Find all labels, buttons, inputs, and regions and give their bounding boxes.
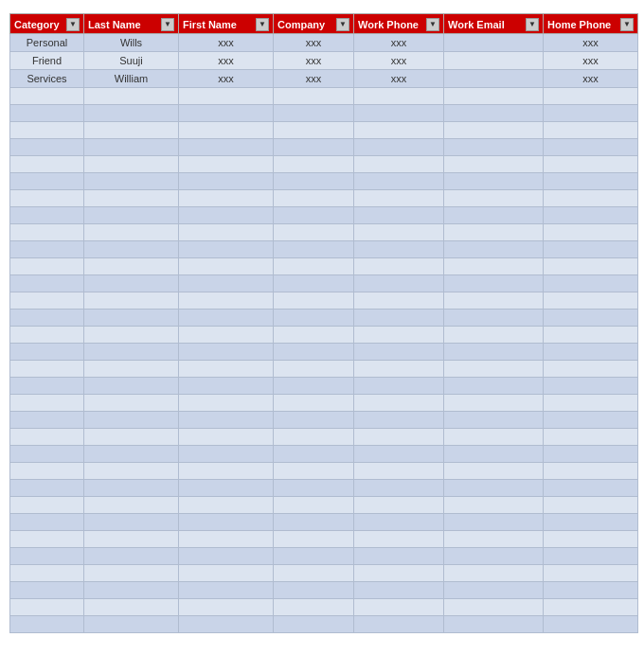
empty-cell[interactable] <box>544 156 638 173</box>
empty-cell[interactable] <box>10 139 84 156</box>
cell-workphone[interactable]: xxx <box>354 70 444 88</box>
empty-cell[interactable] <box>354 395 444 412</box>
empty-cell[interactable] <box>274 531 354 548</box>
empty-cell[interactable] <box>354 412 444 429</box>
empty-cell[interactable] <box>544 344 638 361</box>
empty-cell[interactable] <box>274 497 354 514</box>
empty-cell[interactable] <box>84 310 179 327</box>
empty-cell[interactable] <box>179 497 274 514</box>
empty-cell[interactable] <box>544 497 638 514</box>
cell-homephone[interactable]: xxx <box>544 34 638 52</box>
cell-workphone[interactable]: xxx <box>354 34 444 52</box>
cell-category[interactable]: Friend <box>10 52 84 70</box>
empty-cell[interactable] <box>444 599 544 616</box>
empty-cell[interactable] <box>10 395 84 412</box>
empty-cell[interactable] <box>444 224 544 241</box>
empty-cell[interactable] <box>274 548 354 565</box>
empty-cell[interactable] <box>84 548 179 565</box>
empty-cell[interactable] <box>274 599 354 616</box>
empty-cell[interactable] <box>179 446 274 463</box>
cell-workphone[interactable]: xxx <box>354 52 444 70</box>
empty-cell[interactable] <box>354 241 444 258</box>
empty-cell[interactable] <box>354 88 444 105</box>
empty-cell[interactable] <box>84 565 179 582</box>
empty-cell[interactable] <box>84 258 179 275</box>
empty-cell[interactable] <box>10 310 84 327</box>
empty-cell[interactable] <box>274 105 354 122</box>
empty-cell[interactable] <box>354 378 444 395</box>
empty-cell[interactable] <box>84 88 179 105</box>
empty-cell[interactable] <box>444 327 544 344</box>
empty-cell[interactable] <box>84 582 179 599</box>
empty-cell[interactable] <box>354 139 444 156</box>
empty-cell[interactable] <box>354 616 444 633</box>
empty-cell[interactable] <box>179 275 274 292</box>
empty-cell[interactable] <box>354 565 444 582</box>
cell-firstname[interactable]: xxx <box>179 70 274 88</box>
empty-cell[interactable] <box>274 310 354 327</box>
empty-cell[interactable] <box>354 173 444 190</box>
empty-cell[interactable] <box>179 463 274 480</box>
empty-cell[interactable] <box>274 412 354 429</box>
empty-cell[interactable] <box>354 582 444 599</box>
empty-cell[interactable] <box>84 463 179 480</box>
empty-cell[interactable] <box>10 463 84 480</box>
empty-cell[interactable] <box>444 463 544 480</box>
empty-cell[interactable] <box>84 616 179 633</box>
empty-cell[interactable] <box>179 241 274 258</box>
empty-cell[interactable] <box>444 275 544 292</box>
empty-cell[interactable] <box>354 292 444 310</box>
empty-cell[interactable] <box>274 241 354 258</box>
dropdown-category[interactable]: ▼ <box>66 18 80 31</box>
empty-cell[interactable] <box>544 514 638 531</box>
empty-cell[interactable] <box>274 224 354 241</box>
empty-cell[interactable] <box>84 241 179 258</box>
empty-cell[interactable] <box>444 412 544 429</box>
empty-cell[interactable] <box>544 173 638 190</box>
dropdown-homephone[interactable]: ▼ <box>620 18 634 31</box>
dropdown-workemail[interactable]: ▼ <box>526 18 539 31</box>
empty-cell[interactable] <box>544 378 638 395</box>
empty-cell[interactable] <box>274 190 354 207</box>
empty-cell[interactable] <box>10 531 84 548</box>
empty-cell[interactable] <box>354 514 444 531</box>
empty-cell[interactable] <box>84 429 179 446</box>
empty-cell[interactable] <box>444 344 544 361</box>
empty-cell[interactable] <box>274 565 354 582</box>
empty-cell[interactable] <box>179 88 274 105</box>
empty-cell[interactable] <box>544 548 638 565</box>
empty-cell[interactable] <box>444 429 544 446</box>
empty-cell[interactable] <box>10 275 84 292</box>
empty-cell[interactable] <box>354 156 444 173</box>
empty-cell[interactable] <box>444 361 544 378</box>
empty-cell[interactable] <box>179 190 274 207</box>
empty-cell[interactable] <box>10 378 84 395</box>
empty-cell[interactable] <box>354 327 444 344</box>
cell-company[interactable]: xxx <box>274 70 354 88</box>
empty-cell[interactable] <box>544 139 638 156</box>
empty-cell[interactable] <box>354 599 444 616</box>
cell-workemail[interactable] <box>444 70 544 88</box>
dropdown-company[interactable]: ▼ <box>336 18 349 31</box>
empty-cell[interactable] <box>274 361 354 378</box>
empty-cell[interactable] <box>84 327 179 344</box>
empty-cell[interactable] <box>84 156 179 173</box>
empty-cell[interactable] <box>444 480 544 497</box>
empty-cell[interactable] <box>274 207 354 224</box>
empty-cell[interactable] <box>274 156 354 173</box>
empty-cell[interactable] <box>84 480 179 497</box>
empty-cell[interactable] <box>274 327 354 344</box>
cell-lastname[interactable]: William <box>84 70 179 88</box>
empty-cell[interactable] <box>84 446 179 463</box>
empty-cell[interactable] <box>274 275 354 292</box>
empty-cell[interactable] <box>444 190 544 207</box>
empty-cell[interactable] <box>544 395 638 412</box>
empty-cell[interactable] <box>444 310 544 327</box>
empty-cell[interactable] <box>179 258 274 275</box>
empty-cell[interactable] <box>274 582 354 599</box>
empty-cell[interactable] <box>544 258 638 275</box>
empty-cell[interactable] <box>444 241 544 258</box>
empty-cell[interactable] <box>444 548 544 565</box>
empty-cell[interactable] <box>179 207 274 224</box>
cell-workemail[interactable] <box>444 34 544 52</box>
